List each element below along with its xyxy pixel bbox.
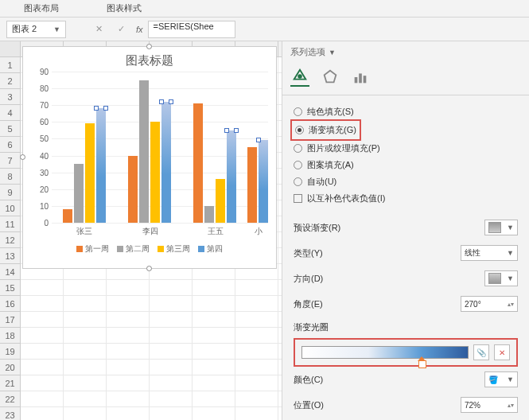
tab-chart-style[interactable]: 图表样式 [83,0,165,17]
row-header[interactable]: 22 [0,391,20,407]
combo-value: 线性 [465,247,480,259]
row-header[interactable]: 13 [0,248,20,264]
resize-handle[interactable] [20,154,25,160]
name-box[interactable]: 图表 2 ▼ [6,21,66,38]
chart-plot[interactable]: 9080706050403020100 [52,72,268,223]
row-header[interactable]: 10 [0,200,20,216]
chart-title[interactable]: 图表标题 [23,47,276,72]
color-label: 颜色(C) [294,374,323,386]
row-header[interactable]: 16 [0,296,20,312]
legend-item[interactable]: 第三周 [158,243,190,255]
add-stop-button[interactable]: 📎 [473,344,489,360]
radio-solid-fill[interactable]: 纯色填充(S) [294,103,518,120]
row-header[interactable]: 9 [0,185,20,200]
row-header[interactable]: 21 [0,375,20,391]
panel-header[interactable]: 系列选项 ▼ [282,41,529,63]
svg-point-0 [298,74,302,79]
bar-第二周[interactable] [74,164,84,223]
radio-pattern-fill[interactable]: 图案填充(A) [294,157,518,173]
panel-header-label: 系列选项 [290,46,325,58]
position-input[interactable]: 72%▴▾ [461,397,518,413]
row-header[interactable]: 17 [0,312,20,328]
bar-第一周[interactable] [193,103,203,223]
row-header[interactable]: 7 [0,153,20,169]
gradient-stops-editor[interactable]: 📎 ✕ [295,340,516,365]
bar-第三周[interactable] [85,123,95,223]
dropdown-icon[interactable]: ▼ [329,49,336,56]
legend-item[interactable]: 第一周 [76,243,109,255]
row-header[interactable]: 3 [0,89,20,105]
legend-item[interactable]: 第四 [198,243,223,255]
chart-legend[interactable]: 第一周第二周第三周第四 [23,243,276,255]
row-header[interactable]: 4 [0,105,20,121]
row-header[interactable]: 18 [0,328,20,344]
svg-marker-1 [325,71,336,83]
direction-combo[interactable]: ▼ [484,270,518,286]
radio-auto-fill[interactable]: 自动(U) [294,173,518,190]
direction-label: 方向(D) [294,273,323,285]
cancel-icon[interactable]: ✕ [91,22,106,37]
radio-icon [294,144,302,153]
row-header[interactable]: 6 [0,137,20,153]
confirm-icon[interactable]: ✓ [114,22,128,37]
check-invert-negative[interactable]: 以互补色代表负值(I) [294,190,518,207]
legend-item[interactable]: 第二周 [117,243,150,255]
angle-input[interactable]: 270°▴▾ [461,296,518,312]
chart-object[interactable]: 图表标题 9080706050403020100 张三李四王五小 第一周第二周第… [22,46,277,269]
bar-第一周[interactable] [128,156,138,223]
bars[interactable] [52,72,268,223]
row-header[interactable]: 1 [0,57,20,73]
bar-第四周[interactable] [227,130,236,223]
format-panel: 系列选项 ▼ 纯色填充(S) 渐变填充(G) [282,41,529,420]
angle-label: 角度(E) [294,298,323,310]
tab-chart-layout[interactable]: 图表布局 [0,0,83,17]
radio-gradient-fill[interactable]: 渐变填充(G) [295,122,356,138]
angle-value: 270° [465,300,481,309]
radio-picture-fill[interactable]: 图片或纹理填充(P) [294,140,518,157]
svg-rect-3 [359,73,362,83]
fx-label[interactable]: fx [136,25,143,34]
preset-label: 预设渐变(R) [294,222,340,234]
bar-第三周[interactable] [150,122,160,223]
paint-bucket-icon: 🪣 [488,375,498,384]
radio-label: 纯色填充(S) [307,106,354,118]
radio-label: 图片或纹理填充(P) [307,142,380,154]
preset-combo[interactable]: ▼ [484,220,518,235]
radio-icon [295,126,304,134]
dropdown-icon[interactable]: ▼ [53,25,60,33]
row-header[interactable]: 5 [0,121,20,137]
name-box-value: 图表 2 [12,23,37,35]
row-header[interactable]: 2 [0,73,20,89]
formula-input[interactable]: =SERIES(Shee [148,21,235,38]
row-header[interactable]: 20 [0,360,20,375]
row-header[interactable]: 14 [0,264,20,280]
gradient-stop-handle[interactable] [418,356,426,368]
series-options-icon[interactable] [351,68,370,87]
color-combo[interactable]: 🪣▼ [484,371,518,387]
direction-icon [488,273,501,284]
gradient-bar[interactable] [301,346,469,359]
bar-第四周[interactable] [161,102,171,223]
bar-第一周[interactable] [63,209,72,223]
row-header[interactable]: 19 [0,344,20,360]
row-header[interactable]: 12 [0,232,20,248]
bar-第二周[interactable] [204,206,214,223]
select-all-corner[interactable] [0,41,21,56]
bar-第二周[interactable] [139,80,149,223]
bar-第三周[interactable] [216,179,225,223]
fill-line-icon[interactable] [290,68,309,87]
remove-stop-button[interactable]: ✕ [494,344,510,360]
row-header[interactable]: 23 [0,407,20,420]
row-header[interactable]: 15 [0,280,20,296]
row-header[interactable]: 8 [0,169,20,185]
y-axis: 9080706050403020100 [29,72,50,223]
radio-icon [294,161,302,169]
ribbon-tabs: 图表布局 图表样式 [0,0,529,18]
type-combo[interactable]: 线性▼ [461,245,518,261]
bar-第四周[interactable] [96,108,106,223]
effects-icon[interactable] [321,68,340,87]
resize-handle[interactable] [146,266,152,271]
gradient-preset-icon [488,222,501,233]
row-header[interactable]: 11 [0,216,20,232]
resize-handle[interactable] [146,44,152,49]
